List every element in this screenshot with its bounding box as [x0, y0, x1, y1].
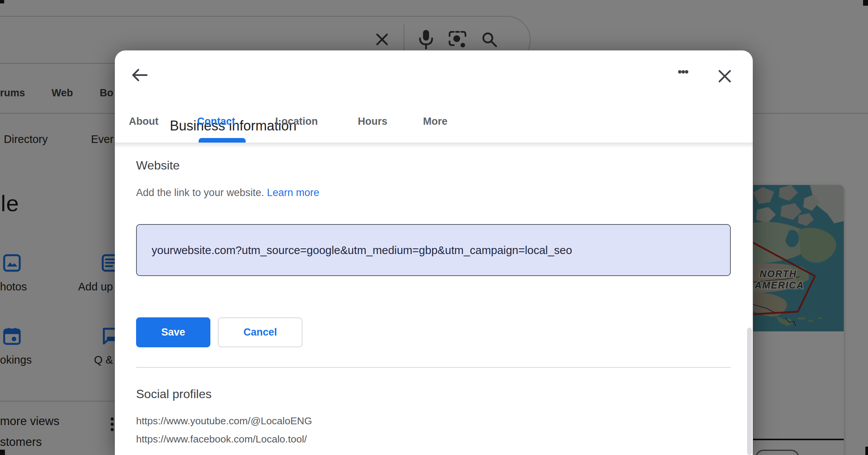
website-description: Add the link to your website. Learn more [136, 187, 319, 199]
corner-artifact-bottom-right [865, 447, 868, 455]
corner-artifact-bottom-left [0, 450, 5, 455]
business-information-dialog: Business information About Contact Locat… [115, 50, 753, 455]
cancel-button[interactable]: Cancel [218, 317, 302, 347]
corner-artifact-top-right [863, 0, 868, 6]
website-url-input[interactable] [136, 224, 731, 276]
tab-contact[interactable]: Contact [197, 116, 235, 127]
tab-more[interactable]: More [423, 116, 448, 127]
learn-more-link[interactable]: Learn more [267, 187, 319, 198]
screen: rums Web Bo Directory Ever le hotos Add … [0, 0, 868, 455]
website-heading: Website [136, 158, 180, 173]
corner-artifact-top-left [0, 0, 4, 3]
website-description-text: Add the link to your website. [136, 187, 264, 198]
tab-location[interactable]: Location [275, 116, 318, 127]
section-divider [136, 367, 731, 368]
active-tab-underline [199, 138, 246, 143]
overflow-menu-icon[interactable] [678, 67, 688, 76]
facebook-link[interactable]: https://www.facebook.com/Localo.tool/ [136, 433, 307, 445]
save-button[interactable]: Save [136, 317, 210, 347]
close-icon[interactable] [715, 66, 735, 86]
back-button[interactable] [130, 66, 149, 85]
tab-hours[interactable]: Hours [358, 116, 387, 127]
tabs-content-edge [115, 143, 753, 148]
social-profiles-heading: Social profiles [136, 387, 212, 401]
tab-about[interactable]: About [129, 116, 158, 127]
dialog-scrollbar[interactable] [747, 328, 752, 455]
youtube-link[interactable]: https://www.youtube.com/@LocaloENG [136, 415, 312, 427]
